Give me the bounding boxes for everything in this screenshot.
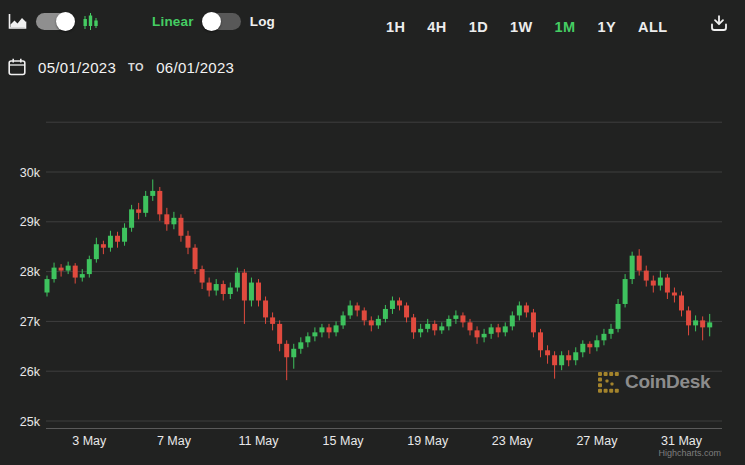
candle[interactable] (45, 276, 50, 297)
candle[interactable] (482, 329, 487, 342)
range-1w[interactable]: 1W (510, 19, 533, 35)
candle[interactable] (291, 344, 296, 369)
start-date[interactable]: 05/01/2023 (38, 59, 116, 76)
candle[interactable] (270, 312, 275, 330)
candle[interactable] (164, 208, 169, 231)
candle[interactable] (700, 316, 705, 340)
area-chart-icon[interactable] (8, 13, 27, 30)
candle[interactable] (672, 288, 677, 303)
candle[interactable] (531, 309, 536, 337)
candle[interactable] (115, 232, 120, 248)
candle[interactable] (460, 312, 465, 327)
candle[interactable] (94, 238, 99, 263)
candle[interactable] (439, 322, 444, 333)
candle[interactable] (66, 262, 71, 274)
candle[interactable] (284, 340, 289, 380)
candle[interactable] (496, 324, 501, 337)
candle[interactable] (630, 252, 635, 284)
range-all[interactable]: ALL (638, 19, 667, 35)
candle[interactable] (552, 351, 557, 378)
candle[interactable] (59, 264, 64, 276)
candlestick-icon[interactable] (83, 12, 98, 31)
range-4h[interactable]: 4H (427, 19, 446, 35)
candle[interactable] (665, 274, 670, 299)
linear-label[interactable]: Linear (152, 14, 194, 29)
candle[interactable] (594, 335, 599, 351)
candle[interactable] (446, 315, 451, 330)
candle[interactable] (214, 279, 219, 295)
candle[interactable] (108, 231, 113, 252)
candle[interactable] (73, 263, 78, 283)
candle[interactable] (623, 274, 628, 307)
candle[interactable] (397, 297, 402, 310)
candle[interactable] (305, 332, 310, 347)
candle[interactable] (693, 315, 698, 331)
candle[interactable] (263, 297, 268, 324)
range-1y[interactable]: 1Y (598, 19, 617, 35)
candle[interactable] (362, 307, 367, 325)
chart-type-toggle[interactable] (36, 13, 74, 30)
candle[interactable] (136, 203, 141, 219)
log-label[interactable]: Log (250, 14, 275, 29)
candle[interactable] (150, 179, 155, 200)
candle[interactable] (559, 351, 564, 370)
scale-toggle[interactable] (203, 13, 241, 30)
candle[interactable] (538, 329, 543, 357)
candle[interactable] (658, 271, 663, 291)
candle[interactable] (277, 320, 282, 351)
candle[interactable] (355, 302, 360, 316)
candle[interactable] (573, 347, 578, 365)
candle[interactable] (221, 281, 226, 301)
candle[interactable] (249, 278, 254, 307)
candle[interactable] (418, 324, 423, 337)
candle[interactable] (87, 256, 92, 278)
candle[interactable] (679, 292, 684, 317)
candle[interactable] (489, 324, 494, 339)
candle[interactable] (348, 300, 353, 318)
candle[interactable] (616, 299, 621, 332)
candle[interactable] (545, 345, 550, 363)
candle[interactable] (432, 320, 437, 335)
candle[interactable] (207, 278, 212, 297)
candle[interactable] (52, 263, 57, 283)
range-1h[interactable]: 1H (386, 19, 405, 35)
candle[interactable] (312, 327, 317, 341)
candle[interactable] (390, 297, 395, 314)
candle[interactable] (404, 302, 409, 322)
range-1m[interactable]: 1M (555, 19, 576, 35)
candle[interactable] (644, 266, 649, 287)
candle[interactable] (510, 311, 515, 330)
candle[interactable] (298, 337, 303, 353)
candle[interactable] (341, 311, 346, 328)
candle[interactable] (609, 324, 614, 339)
candle[interactable] (601, 329, 606, 345)
candle[interactable] (178, 214, 183, 241)
download-button[interactable] (709, 14, 729, 36)
candle[interactable] (122, 223, 127, 245)
candle[interactable] (319, 324, 324, 337)
candle[interactable] (334, 321, 339, 336)
candle[interactable] (503, 322, 508, 336)
candle[interactable] (101, 241, 106, 254)
candle[interactable] (327, 324, 332, 338)
candle[interactable] (200, 266, 205, 289)
candle[interactable] (517, 301, 522, 320)
candle[interactable] (686, 306, 691, 335)
range-1d[interactable]: 1D (469, 19, 488, 35)
candle[interactable] (193, 244, 198, 274)
candle[interactable] (186, 231, 191, 254)
highcharts-credit[interactable]: Highcharts.com (658, 448, 721, 458)
candle[interactable] (143, 191, 148, 217)
calendar-icon[interactable] (8, 58, 26, 76)
candle[interactable] (383, 305, 388, 322)
candle[interactable] (242, 269, 247, 324)
candle[interactable] (376, 315, 381, 328)
candle[interactable] (80, 269, 85, 281)
candle[interactable] (707, 314, 712, 336)
end-date[interactable]: 06/01/2023 (156, 59, 234, 76)
candle[interactable] (580, 340, 585, 357)
candle[interactable] (171, 212, 176, 229)
candle[interactable] (411, 314, 416, 339)
candle[interactable] (228, 283, 233, 299)
candle[interactable] (157, 187, 162, 221)
